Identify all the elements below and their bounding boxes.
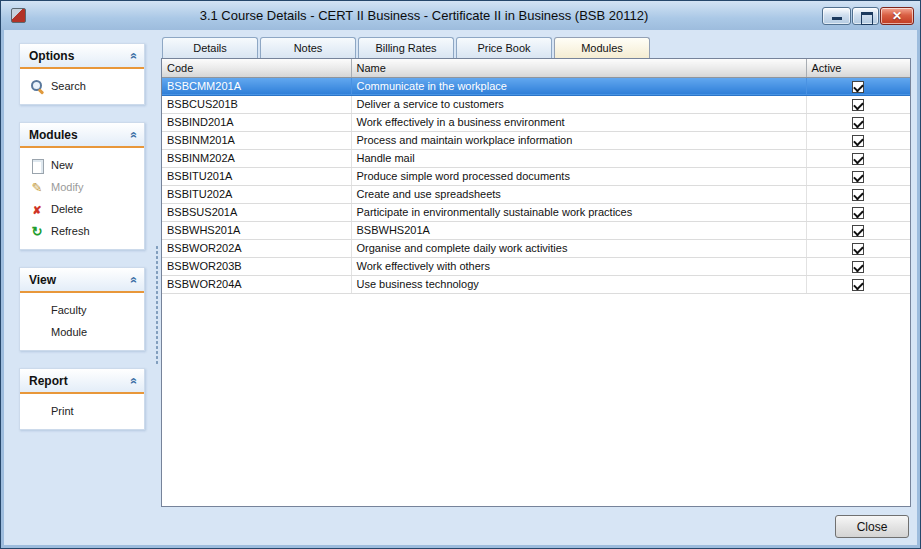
cell-active bbox=[806, 275, 910, 293]
cell-active bbox=[806, 77, 910, 95]
cell-code: BSBWOR202A bbox=[162, 239, 351, 257]
close-button[interactable]: Close bbox=[835, 515, 909, 538]
tab-billing-rates[interactable]: Billing Rates bbox=[358, 37, 454, 58]
cell-active bbox=[806, 221, 910, 239]
table-row[interactable]: BSBCMM201A Communicate in the workplace bbox=[162, 77, 910, 95]
active-checkbox[interactable] bbox=[852, 207, 864, 219]
refresh-icon bbox=[29, 224, 45, 239]
active-checkbox[interactable] bbox=[852, 189, 864, 201]
module-table: Code Name Active BSBCMM201A Communicate … bbox=[162, 59, 910, 294]
sidebar-item-refresh[interactable]: Refresh bbox=[20, 220, 144, 242]
cell-code: BSBSUS201A bbox=[162, 203, 351, 221]
sidebar-item-search[interactable]: Search bbox=[20, 75, 144, 97]
main-area: Details Notes Billing Rates Price Book M… bbox=[161, 30, 920, 511]
panel-options: Options Search bbox=[19, 43, 145, 105]
cell-name: Deliver a service to customers bbox=[351, 95, 806, 113]
sidebar-item-print[interactable]: Print bbox=[20, 400, 144, 422]
collapse-icon[interactable] bbox=[127, 276, 141, 283]
cell-active bbox=[806, 203, 910, 221]
cell-name: Handle mail bbox=[351, 149, 806, 167]
active-checkbox[interactable] bbox=[852, 279, 864, 291]
footer-bar: Close bbox=[1, 511, 920, 548]
panel-modules: Modules New Modify Delete bbox=[19, 122, 145, 250]
active-checkbox[interactable] bbox=[852, 117, 864, 129]
panel-title: Modules bbox=[29, 128, 78, 142]
cell-name: BSBWHS201A bbox=[351, 221, 806, 239]
sidebar-item-module[interactable]: Module bbox=[20, 321, 144, 343]
tabstrip: Details Notes Billing Rates Price Book M… bbox=[161, 37, 911, 58]
cell-code: BSBINM202A bbox=[162, 149, 351, 167]
cell-code: BSBCMM201A bbox=[162, 77, 351, 95]
tab-notes[interactable]: Notes bbox=[260, 37, 356, 58]
table-header-row: Code Name Active bbox=[162, 59, 910, 77]
cell-active bbox=[806, 185, 910, 203]
cell-name: Organise and complete daily work activit… bbox=[351, 239, 806, 257]
table-row[interactable]: BSBSUS201A Participate in environmentall… bbox=[162, 203, 910, 221]
collapse-icon[interactable] bbox=[127, 52, 141, 59]
panel-title: Options bbox=[29, 49, 74, 63]
modules-tab-page: Code Name Active BSBCMM201A Communicate … bbox=[161, 58, 911, 507]
cell-active bbox=[806, 239, 910, 257]
column-header-name[interactable]: Name bbox=[351, 59, 806, 77]
active-checkbox[interactable] bbox=[852, 135, 864, 147]
tab-price-book[interactable]: Price Book bbox=[456, 37, 552, 58]
cell-active bbox=[806, 149, 910, 167]
active-checkbox[interactable] bbox=[852, 81, 864, 93]
panel-report: Report Print bbox=[19, 368, 145, 430]
column-header-active[interactable]: Active bbox=[806, 59, 910, 77]
active-checkbox[interactable] bbox=[852, 243, 864, 255]
titlebar[interactable]: 3.1 Course Details - CERT II Business - … bbox=[1, 1, 920, 30]
sidebar-item-delete[interactable]: Delete bbox=[20, 198, 144, 220]
table-row[interactable]: BSBIND201A Work effectively in a busines… bbox=[162, 113, 910, 131]
active-checkbox[interactable] bbox=[852, 153, 864, 165]
table-row[interactable]: BSBWHS201A BSBWHS201A bbox=[162, 221, 910, 239]
cell-code: BSBCUS201B bbox=[162, 95, 351, 113]
table-row[interactable]: BSBWOR204A Use business technology bbox=[162, 275, 910, 293]
cell-active bbox=[806, 257, 910, 275]
app-icon bbox=[11, 8, 26, 23]
new-icon bbox=[29, 158, 45, 173]
cell-name: Produce simple word processed documents bbox=[351, 167, 806, 185]
sidebar-item-modify[interactable]: Modify bbox=[20, 176, 144, 198]
panel-view-header[interactable]: View bbox=[20, 268, 144, 293]
sidebar-splitter[interactable] bbox=[153, 30, 161, 511]
minimize-button[interactable] bbox=[822, 7, 851, 25]
sidebar-item-new[interactable]: New bbox=[20, 154, 144, 176]
cell-active bbox=[806, 131, 910, 149]
active-checkbox[interactable] bbox=[852, 261, 864, 273]
cell-name: Use business technology bbox=[351, 275, 806, 293]
table-row[interactable]: BSBWOR202A Organise and complete daily w… bbox=[162, 239, 910, 257]
cell-name: Communicate in the workplace bbox=[351, 77, 806, 95]
table-row[interactable]: BSBINM201A Process and maintain workplac… bbox=[162, 131, 910, 149]
search-icon bbox=[29, 79, 45, 94]
sidebar-item-faculty[interactable]: Faculty bbox=[20, 299, 144, 321]
cell-code: BSBWOR204A bbox=[162, 275, 351, 293]
cell-code: BSBINM201A bbox=[162, 131, 351, 149]
cell-active bbox=[806, 113, 910, 131]
column-header-code[interactable]: Code bbox=[162, 59, 351, 77]
active-checkbox[interactable] bbox=[852, 171, 864, 183]
panel-options-header[interactable]: Options bbox=[20, 44, 144, 69]
table-row[interactable]: BSBCUS201B Deliver a service to customer… bbox=[162, 95, 910, 113]
collapse-icon[interactable] bbox=[127, 131, 141, 138]
tab-modules[interactable]: Modules bbox=[554, 37, 650, 58]
panel-modules-header[interactable]: Modules bbox=[20, 123, 144, 148]
table-row[interactable]: BSBWOR203B Work effectively with others bbox=[162, 257, 910, 275]
tab-details[interactable]: Details bbox=[162, 37, 258, 58]
panel-title: Report bbox=[29, 374, 68, 388]
close-window-button[interactable] bbox=[880, 7, 914, 25]
panel-title: View bbox=[29, 273, 56, 287]
maximize-button[interactable] bbox=[852, 7, 879, 25]
table-row[interactable]: BSBITU202A Create and use spreadsheets bbox=[162, 185, 910, 203]
active-checkbox[interactable] bbox=[852, 225, 864, 237]
cell-code: BSBIND201A bbox=[162, 113, 351, 131]
table-row[interactable]: BSBITU201A Produce simple word processed… bbox=[162, 167, 910, 185]
table-row[interactable]: BSBINM202A Handle mail bbox=[162, 149, 910, 167]
cell-name: Create and use spreadsheets bbox=[351, 185, 806, 203]
modify-icon bbox=[29, 180, 45, 195]
collapse-icon[interactable] bbox=[127, 377, 141, 384]
active-checkbox[interactable] bbox=[852, 99, 864, 111]
panel-report-header[interactable]: Report bbox=[20, 369, 144, 394]
cell-code: BSBWOR203B bbox=[162, 257, 351, 275]
cell-name: Participate in environmentally sustainab… bbox=[351, 203, 806, 221]
